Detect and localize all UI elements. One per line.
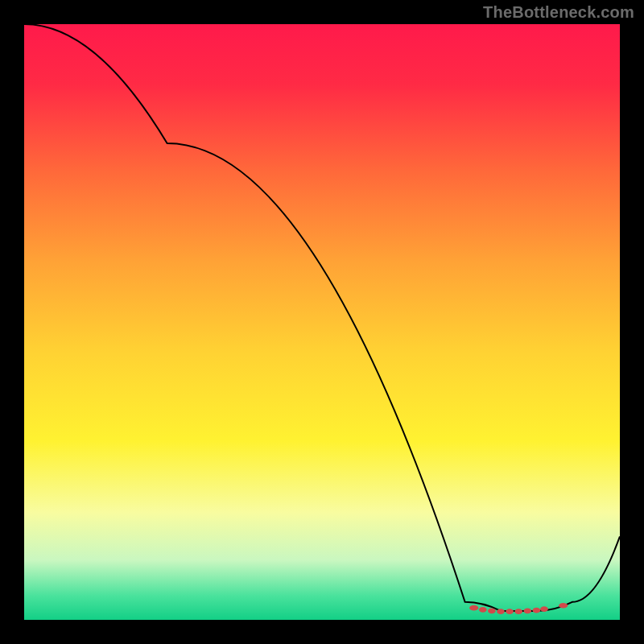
optimal-marker: [479, 607, 487, 613]
optimal-marker: [497, 609, 505, 614]
gradient-rect: [24, 24, 620, 620]
optimal-marker: [506, 609, 514, 614]
optimal-marker: [514, 609, 522, 614]
optimal-marker: [540, 606, 548, 612]
optimal-marker: [523, 609, 531, 614]
optimal-marker: [559, 603, 568, 609]
plot-area: [24, 24, 620, 620]
watermark-text: TheBottleneck.com: [483, 3, 634, 22]
chart-stage: TheBottleneck.com: [0, 0, 644, 644]
optimal-marker: [469, 605, 478, 611]
optimal-marker: [533, 608, 541, 613]
chart-svg: [24, 24, 620, 620]
optimal-marker: [488, 609, 496, 614]
